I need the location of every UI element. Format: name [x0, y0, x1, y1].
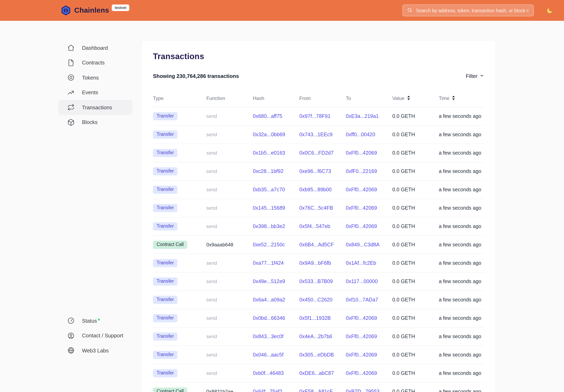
hash-link[interactable]: 0x680...aff75 [253, 113, 282, 119]
main-card: Transactions Showing 230,764,286 transac… [141, 41, 495, 392]
sidebar-item-status[interactable]: Status [58, 313, 133, 328]
hash-cell: 0xc28...1bf92 [253, 168, 299, 174]
to-address-link[interactable]: 0x1Af...fc2Eb [346, 260, 376, 266]
to-cell: 0xFf0...42069 [346, 315, 392, 321]
to-address-link[interactable]: 0xFf0...42069 [346, 205, 377, 211]
from-cell: 0x5f4...547eb [299, 224, 346, 229]
to-address-link[interactable]: 0xFf0...42069 [346, 187, 377, 193]
to-address-link[interactable]: 0xB7D...79553 [346, 389, 379, 392]
gauge-icon [67, 317, 75, 324]
hash-link[interactable]: 0x64f...75af2 [253, 389, 282, 392]
from-address-link[interactable]: 0x9A9...bF6fb [299, 260, 331, 266]
status-indicator-dot [98, 319, 100, 321]
from-address-link[interactable]: 0x533...B7B09 [299, 279, 333, 284]
sidebar-item-transactions[interactable]: Transactions [58, 100, 133, 115]
cube-icon [67, 119, 75, 126]
from-address-link[interactable]: 0x305...eDbDB [299, 352, 334, 358]
type-cell: Transfer [153, 204, 206, 212]
from-address-link[interactable]: 0xb95...89b00 [299, 187, 332, 193]
function-cell: send [206, 334, 253, 339]
from-address-link[interactable]: 0x4eA...2b7b6 [299, 334, 332, 339]
hash-link[interactable]: 0x843...3ec0f [253, 334, 283, 339]
function-cell: send [206, 297, 253, 303]
to-address-link[interactable]: 0xFf0...42069 [346, 370, 377, 376]
to-address-link[interactable]: 0xFf0...42069 [346, 334, 377, 339]
coin-icon [67, 74, 75, 81]
from-address-link[interactable]: 0xE58...A81cF [299, 389, 333, 392]
sidebar-item-label: Web3 Labs [82, 348, 109, 354]
from-address-link[interactable]: 0x5f1...1932B [299, 315, 331, 321]
hash-link[interactable]: 0x046...aac5f [253, 352, 283, 358]
hash-link[interactable]: 0x32a...0bb69 [253, 132, 285, 138]
to-address-link[interactable]: 0xFf0...42069 [346, 352, 377, 358]
sidebar-item-blocks[interactable]: Blocks [58, 115, 133, 130]
to-address-link[interactable]: 0x117...00000 [346, 279, 378, 284]
dark-mode-toggle-moon-icon[interactable] [545, 6, 554, 15]
sidebar-item-web3-labs[interactable]: Web3 Labs [58, 343, 133, 358]
search-bar[interactable] [402, 4, 534, 16]
to-address-link[interactable]: 0x849...C3d8A [346, 242, 379, 248]
filter-button[interactable]: Filter [466, 73, 484, 79]
from-address-link[interactable]: 0x0C6...FD2d7 [299, 150, 334, 156]
column-header-value[interactable]: Value [392, 95, 439, 101]
hash-link[interactable]: 0xc28...1bf92 [253, 168, 283, 174]
sidebar-item-tokens[interactable]: Tokens [58, 70, 133, 85]
type-badge: Transfer [153, 223, 178, 230]
sidebar-item-contracts[interactable]: Contracts [58, 55, 133, 70]
to-address-link[interactable]: 0xE3a...219a1 [346, 113, 379, 119]
to-address-link[interactable]: 0xff0...00420 [346, 132, 375, 138]
column-header-time[interactable]: Time [439, 95, 484, 101]
brand-name: Chainlens [74, 5, 109, 16]
hash-link[interactable]: 0xe52...2150c [253, 242, 285, 248]
type-cell: Contract Call [153, 241, 206, 249]
column-header-function: Function [206, 96, 253, 101]
to-cell: 0xf10...7ADa7 [346, 297, 392, 303]
time-cell: a few seconds ago [439, 113, 484, 119]
hash-link[interactable]: 0xb35...a7c70 [253, 187, 285, 193]
function-cell: send [206, 187, 253, 193]
table-row: Transfer send 0x145...15689 0x76C...5c4F… [153, 199, 484, 217]
brand-home-link[interactable]: Chainlens testnet [60, 5, 129, 16]
to-address-link[interactable]: 0xf10...7ADa7 [346, 297, 378, 303]
hash-link[interactable]: 0x1b5...e0163 [253, 150, 285, 156]
from-address-link[interactable]: 0x97f...78F91 [299, 113, 330, 119]
sort-icon[interactable] [452, 95, 455, 101]
from-address-link[interactable]: 0x743...1EEc9 [299, 132, 332, 138]
sidebar-item-events[interactable]: Events [58, 85, 133, 100]
hash-cell: 0x398...bb3e2 [253, 224, 299, 229]
sidebar-item-contact-support[interactable]: Contact / Support [58, 328, 133, 343]
table-header: Type Function Hash From To Value Time [153, 90, 484, 107]
from-cell: 0x97f...78F91 [299, 113, 346, 119]
type-badge: Transfer [153, 333, 178, 341]
from-address-link[interactable]: 0x76C...5c4FB [299, 205, 333, 211]
from-address-link[interactable]: 0x6B4...Ad5CF [299, 242, 334, 248]
hash-link[interactable]: 0xa77...1f424 [253, 260, 284, 266]
from-address-link[interactable]: 0xe96...f6C73 [299, 168, 331, 174]
hash-link[interactable]: 0x6a4...a09a2 [253, 297, 285, 303]
hash-link[interactable]: 0x145...15689 [253, 205, 285, 211]
to-address-link[interactable]: 0xFf0...42069 [346, 315, 377, 321]
sidebar-item-dashboard[interactable]: Dashboard [58, 40, 133, 55]
from-address-link[interactable]: 0x450...C2620 [299, 297, 332, 303]
repeat-icon [67, 104, 75, 111]
value-cell: 0.0 GETH [392, 132, 439, 138]
hash-link[interactable]: 0xb0f...46483 [253, 370, 284, 376]
type-badge: Transfer [153, 351, 178, 359]
from-cell: 0x743...1EEc9 [299, 132, 346, 138]
function-cell: 0x9aaab648 [206, 242, 253, 248]
from-address-link[interactable]: 0x5f4...547eb [299, 224, 330, 229]
from-address-link[interactable]: 0xDE6...abC87 [299, 370, 334, 376]
type-badge: Contract Call [153, 241, 187, 249]
sort-icon[interactable] [407, 95, 411, 101]
to-address-link[interactable]: 0xFf0...42069 [346, 224, 377, 229]
hash-link[interactable]: 0x49e...512e9 [253, 279, 285, 284]
to-address-link[interactable]: 0xfF0...22169 [346, 168, 377, 174]
hash-link[interactable]: 0x398...bb3e2 [253, 224, 285, 229]
to-address-link[interactable]: 0xFf0...42069 [346, 150, 377, 156]
to-cell: 0xFf0...42069 [346, 352, 392, 358]
search-input[interactable] [415, 8, 529, 13]
hash-link[interactable]: 0x0bd...66346 [253, 315, 285, 321]
to-cell: 0xfF0...22169 [346, 168, 392, 174]
from-cell: 0x4eA...2b7b6 [299, 334, 346, 339]
to-cell: 0xFf0...42069 [346, 150, 392, 156]
